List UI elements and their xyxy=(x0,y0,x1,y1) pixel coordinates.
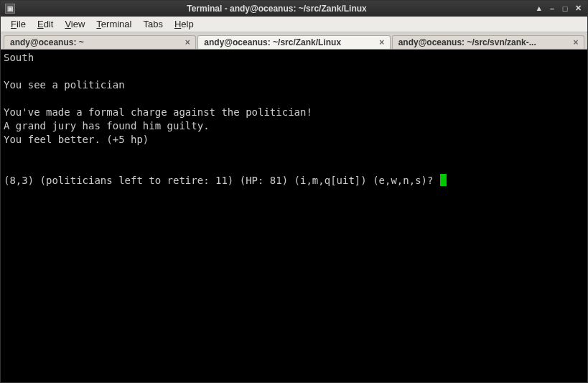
terminal-prompt-line: (8,3) (politicians left to retire: 11) (… xyxy=(4,174,584,188)
terminal-line xyxy=(4,147,584,160)
menu-terminal[interactable]: Terminal xyxy=(90,17,137,31)
window-controls: ▴ – □ ✕ xyxy=(534,4,583,14)
tab-1[interactable]: andy@oceanus: ~/src/Zank/Linux × xyxy=(197,35,390,49)
close-button[interactable]: ✕ xyxy=(573,4,583,14)
tab-label: andy@oceanus: ~/src/svn/zank-... xyxy=(398,37,566,47)
tab-label: andy@oceanus: ~/src/Zank/Linux xyxy=(204,37,372,47)
close-icon[interactable]: × xyxy=(571,37,581,47)
titlebar[interactable]: ▣ Terminal - andy@oceanus: ~/src/Zank/Li… xyxy=(1,1,587,17)
terminal-line xyxy=(4,160,584,174)
tab-0[interactable]: andy@oceanus: ~ × xyxy=(4,35,196,49)
tabbar: andy@oceanus: ~ × andy@oceanus: ~/src/Za… xyxy=(1,32,587,50)
shade-button[interactable]: ▴ xyxy=(534,4,544,14)
close-icon[interactable]: × xyxy=(182,37,192,47)
terminal-line xyxy=(4,65,584,78)
menu-tabs[interactable]: Tabs xyxy=(137,17,168,31)
menu-file[interactable]: File xyxy=(5,17,32,31)
tab-2[interactable]: andy@oceanus: ~/src/svn/zank-... × xyxy=(392,35,584,49)
terminal-line: You feel better. (+5 hp) xyxy=(4,133,584,147)
menu-view[interactable]: View xyxy=(59,17,90,31)
terminal-area[interactable]: SouthYou see a politicianYou've made a f… xyxy=(1,50,587,382)
close-icon[interactable]: × xyxy=(377,37,387,47)
terminal-line: You see a politician xyxy=(4,78,584,92)
menu-edit[interactable]: Edit xyxy=(32,17,59,31)
terminal-prompt: (8,3) (politicians left to retire: 11) (… xyxy=(4,175,439,186)
menu-help[interactable]: Help xyxy=(169,17,200,31)
terminal-line: South xyxy=(4,51,584,65)
cursor-icon xyxy=(440,174,447,186)
minimize-button[interactable]: – xyxy=(547,4,557,14)
tab-label: andy@oceanus: ~ xyxy=(10,37,178,47)
terminal-output: SouthYou see a politicianYou've made a f… xyxy=(4,51,584,174)
terminal-line: A grand jury has found him guilty. xyxy=(4,119,584,133)
window-title: Terminal - andy@oceanus: ~/src/Zank/Linu… xyxy=(19,4,534,14)
terminal-line: You've made a formal charge against the … xyxy=(4,106,584,119)
terminal-window: ▣ Terminal - andy@oceanus: ~/src/Zank/Li… xyxy=(0,0,588,383)
menubar: File Edit View Terminal Tabs Help xyxy=(1,17,587,32)
maximize-button[interactable]: □ xyxy=(560,4,570,14)
app-icon: ▣ xyxy=(5,4,15,14)
terminal-line xyxy=(4,92,584,106)
